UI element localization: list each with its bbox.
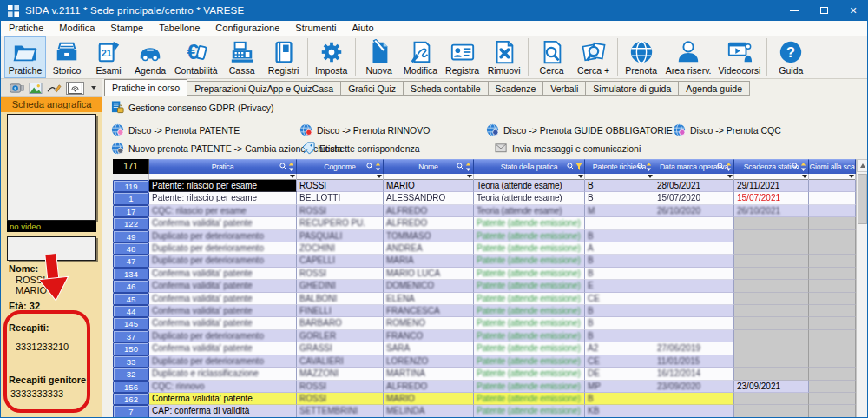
search-filter-icon[interactable] xyxy=(567,163,582,171)
toolbar-button-registri[interactable]: Registri xyxy=(263,36,305,78)
cell-pratica[interactable]: CAP: conferma di validità xyxy=(149,405,297,417)
cell-pratica[interactable]: Duplicato per deterioramento xyxy=(149,330,297,342)
scroll-thumb[interactable] xyxy=(858,174,867,224)
cell-cognome[interactable]: BALBONI xyxy=(297,293,384,305)
action-disco-prenota-patente[interactable]: Disco -> Prenota PATENTE xyxy=(111,123,240,136)
search-sort-icon[interactable] xyxy=(457,163,471,171)
cell-data-marca[interactable]: 28/05/2021 xyxy=(654,180,734,192)
cell-scadenza-statino[interactable] xyxy=(734,342,809,355)
cell-pratica[interactable]: CQC: rilascio per esame xyxy=(149,205,297,217)
menu-pratiche[interactable]: Pratiche xyxy=(1,21,51,36)
cell-cognome[interactable]: PASQUALI xyxy=(297,230,384,242)
column-header-stato-della-pratica[interactable]: Stato della pratica xyxy=(474,159,585,174)
row-id-button[interactable]: 48 xyxy=(113,242,149,255)
filter-handle-stato-della-pratica[interactable] xyxy=(474,174,585,180)
cell-scadenza-statino[interactable] xyxy=(734,317,809,329)
cell-pratica[interactable]: Duplicato per deterioramento xyxy=(149,255,297,267)
toolbar-button-cassa[interactable]: Cassa xyxy=(221,36,263,78)
row-id-button[interactable]: 32 xyxy=(113,368,149,380)
column-header-nome[interactable]: Nome xyxy=(384,159,474,174)
cell-pratica[interactable]: Conferma validita' patente xyxy=(149,317,297,329)
cell-nome[interactable]: ROMENO xyxy=(384,317,474,329)
cell-data-marca[interactable]: 27/06/2019 xyxy=(654,342,734,355)
cell-patente-richiesta[interactable]: E xyxy=(585,280,654,292)
cell-scadenza-statino[interactable] xyxy=(734,217,809,229)
search-sort-icon[interactable] xyxy=(637,163,652,171)
cell-giorni-scadenza[interactable] xyxy=(809,393,856,405)
cell-scadenza-statino[interactable]: 23/09/2021 xyxy=(734,381,809,393)
cell-stato-pratica[interactable]: Patente (attende emissione) xyxy=(474,330,585,342)
cell-giorni-scadenza[interactable] xyxy=(809,268,856,280)
table-row[interactable]: 17CQC: rilascio per esameROSSIALFREDOTeo… xyxy=(113,205,868,217)
cell-scadenza-statino[interactable]: 15/07/2021 xyxy=(734,192,809,204)
row-id-button[interactable]: 33 xyxy=(113,355,149,368)
row-id-button[interactable]: 156 xyxy=(113,381,149,393)
search-sort-icon[interactable] xyxy=(366,163,381,171)
menu-configurazione[interactable]: Configurazione xyxy=(207,21,287,36)
cell-scadenza-statino[interactable] xyxy=(734,393,809,405)
cell-nome[interactable]: ANDREA xyxy=(384,242,474,255)
cell-stato-pratica[interactable]: Patente (attende emissione) xyxy=(474,230,585,242)
cell-patente-richiesta[interactable]: B xyxy=(585,268,654,280)
camera-button[interactable] xyxy=(10,83,24,94)
cell-giorni-scadenza[interactable] xyxy=(809,330,856,342)
table-row[interactable]: 145Conferma validita' patenteBARBAROROME… xyxy=(113,317,868,329)
cell-stato-pratica[interactable]: Patente (attende emissione) xyxy=(474,342,585,355)
cell-pratica[interactable]: Duplicato per deterioramento xyxy=(149,230,297,242)
cell-patente-richiesta[interactable]: KB xyxy=(585,405,654,417)
cell-cognome[interactable]: ZOCHINI xyxy=(297,242,384,255)
row-id-button[interactable]: 44 xyxy=(113,305,149,317)
search-sort-icon[interactable] xyxy=(717,163,732,171)
table-row[interactable]: 32Duplicato e riclassificazioneMAZZONIMA… xyxy=(113,368,868,380)
cell-cognome[interactable]: ROSSI xyxy=(297,268,384,280)
chevron-down-icon[interactable] xyxy=(91,86,96,90)
cell-giorni-scadenza[interactable] xyxy=(809,355,856,368)
cell-data-marca[interactable]: 15/07/2020 xyxy=(654,192,734,204)
table-row[interactable]: 49Duplicato per deterioramentoPASQUALITO… xyxy=(113,230,868,242)
cell-stato-pratica[interactable]: Patente (attende emissione) xyxy=(474,242,585,255)
row-id-button[interactable]: 134 xyxy=(113,268,149,280)
column-header-scadenza-statino[interactable]: Scadenza statino xyxy=(734,159,809,174)
cell-giorni-scadenza[interactable] xyxy=(809,280,856,292)
cell-patente-richiesta[interactable]: A xyxy=(585,242,654,255)
cell-giorni-scadenza[interactable] xyxy=(809,255,856,267)
cell-stato-pratica[interactable]: Patente (attende emissione) xyxy=(474,255,585,267)
cell-patente-richiesta[interactable]: CE xyxy=(585,355,654,368)
filter-handle-pratica[interactable] xyxy=(149,174,297,180)
cell-cognome[interactable]: SETTEMBRINI xyxy=(297,405,384,417)
cell-giorni-scadenza[interactable] xyxy=(809,342,856,355)
cell-data-marca[interactable]: 26/10/2020 xyxy=(654,205,734,217)
cell-nome[interactable]: MARTINA xyxy=(384,368,474,380)
cell-scadenza-statino[interactable] xyxy=(734,230,809,242)
row-id-button[interactable]: 150 xyxy=(113,342,149,355)
cell-patente-richiesta[interactable]: B xyxy=(585,393,654,405)
column-header-pratica[interactable]: Pratica xyxy=(149,159,297,174)
cell-patente-richiesta[interactable]: B xyxy=(585,192,654,204)
cell-stato-pratica[interactable]: Patente (attende emissione) xyxy=(474,305,585,317)
filter-handle-cognome[interactable] xyxy=(297,174,384,180)
action-disco-prenota-cqc[interactable]: Disco -> Prenota CQC xyxy=(673,123,781,136)
tab-verbali[interactable]: Verbali xyxy=(543,81,586,96)
row-id-button[interactable]: 1 xyxy=(113,192,149,204)
cell-stato-pratica[interactable]: Patente (attende emissione) xyxy=(474,317,585,329)
cell-pratica[interactable]: Conferma validita' patente xyxy=(149,268,297,280)
minimize-button[interactable] xyxy=(779,0,809,21)
cell-stato-pratica[interactable]: Patente (attende emissione) xyxy=(474,293,585,305)
cell-patente-richiesta[interactable]: M xyxy=(585,205,654,217)
cell-data-marca[interactable] xyxy=(654,217,734,229)
toolbar-button-modifica[interactable]: Modifica xyxy=(400,36,442,78)
cell-cognome[interactable]: GHEDINI xyxy=(297,280,384,292)
table-row[interactable]: 46Conferma validita' patenteGHEDINIDOMEN… xyxy=(113,280,868,292)
cell-patente-richiesta[interactable]: B xyxy=(585,317,654,329)
cell-data-marca[interactable] xyxy=(654,330,734,342)
tab-preparazioni-quizapp-e-quizcasa[interactable]: Preparazioni QuizApp e QuizCasa xyxy=(187,81,341,96)
row-id-button[interactable]: 119 xyxy=(113,180,149,192)
tab-grafici-quiz[interactable]: Grafici Quiz xyxy=(341,81,404,96)
column-header-cognome[interactable]: Cognome xyxy=(297,159,384,174)
cell-cognome[interactable]: MAZZONI xyxy=(297,368,384,380)
photo-button[interactable] xyxy=(29,83,43,94)
filter-handle-nome[interactable] xyxy=(384,174,474,180)
cell-scadenza-statino[interactable]: 29/11/2021 xyxy=(734,180,809,192)
column-header-giorni-alla-sca[interactable]: Giorni alla sca xyxy=(809,159,856,174)
cell-scadenza-statino[interactable] xyxy=(734,305,809,317)
